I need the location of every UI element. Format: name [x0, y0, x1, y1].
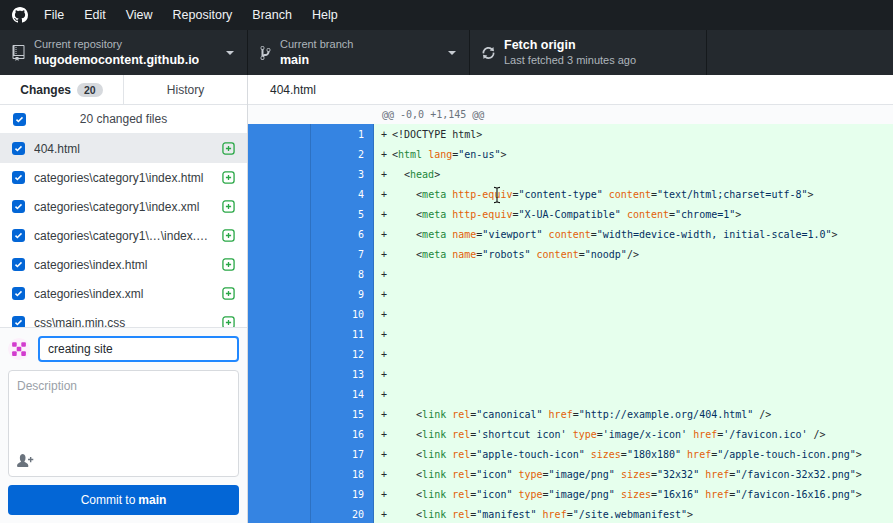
diff-gutter-old[interactable]: [248, 164, 311, 184]
current-repository-button[interactable]: Current repository hugodemocontent.githu…: [0, 30, 248, 75]
tab-history[interactable]: History: [123, 75, 247, 104]
diff-gutter-new[interactable]: 15: [311, 404, 374, 424]
add-coauthor-icon[interactable]: [17, 453, 34, 468]
toolbar: Current repository hugodemocontent.githu…: [0, 30, 893, 75]
diff-gutter-new[interactable]: 3: [311, 164, 374, 184]
commit-button-branch: main: [138, 493, 166, 507]
chevron-down-icon: [226, 51, 234, 55]
diff-row: 2+<html lang="en-us">: [248, 144, 893, 164]
file-row[interactable]: categories\category1\index.html: [0, 163, 247, 192]
diff-view: @@ -0,0 +1,145 @@ 1+<!DOCTYPE html>2+<ht…: [248, 105, 893, 523]
diff-gutter-old[interactable]: [248, 124, 311, 144]
diff-gutter-new[interactable]: 9: [311, 284, 374, 304]
diff-gutter-old[interactable]: [248, 224, 311, 244]
diff-gutter-new[interactable]: 13: [311, 364, 374, 384]
file-status-added-icon: [222, 171, 235, 184]
diff-gutter-new[interactable]: 8: [311, 264, 374, 284]
diff-gutter-new[interactable]: 16: [311, 424, 374, 444]
diff-gutter-new[interactable]: 7: [311, 244, 374, 264]
diff-line: + <meta name="robots" content="noodp"/>: [374, 244, 893, 264]
file-checkbox[interactable]: [12, 287, 25, 300]
diff-gutter-new[interactable]: 19: [311, 484, 374, 504]
diff-gutter-new[interactable]: 10: [311, 304, 374, 324]
diff-gutter-new[interactable]: 20: [311, 504, 374, 523]
diff-line: + <head>: [374, 164, 893, 184]
diff-gutter-old[interactable]: [248, 324, 311, 344]
commit-area: Commit tomain: [0, 327, 247, 523]
diff-gutter-new[interactable]: 4: [311, 184, 374, 204]
diff-gutter-new[interactable]: 6: [311, 224, 374, 244]
diff-gutter-new[interactable]: 1: [311, 124, 374, 144]
diff-gutter-old[interactable]: [248, 204, 311, 224]
current-repository-label: Current repository: [34, 37, 199, 51]
diff-line: +<!DOCTYPE html>: [374, 124, 893, 144]
diff-gutter-old[interactable]: [248, 484, 311, 504]
menu-view[interactable]: View: [116, 0, 163, 30]
menu-help[interactable]: Help: [302, 0, 348, 30]
diff-gutter-old[interactable]: [248, 304, 311, 324]
diff-gutter-old[interactable]: [248, 384, 311, 404]
file-row[interactable]: categories\category1\index.xml: [0, 192, 247, 221]
diff-gutter-old[interactable]: [248, 364, 311, 384]
diff-gutter-new[interactable]: 17: [311, 444, 374, 464]
file-row[interactable]: categories\index.html: [0, 250, 247, 279]
file-checkbox[interactable]: [12, 316, 25, 327]
diff-gutter-new[interactable]: 18: [311, 464, 374, 484]
diff-gutter-old[interactable]: [248, 264, 311, 284]
file-checkbox[interactable]: [12, 142, 25, 155]
tab-changes[interactable]: Changes 20: [0, 75, 123, 104]
file-row[interactable]: categories\category1\…\index.html: [0, 221, 247, 250]
file-status-added-icon: [222, 316, 235, 327]
diff-gutter-new[interactable]: 11: [311, 324, 374, 344]
file-checkbox[interactable]: [12, 200, 25, 213]
diff-row: 18+ <link rel="icon" type="image/png" si…: [248, 464, 893, 484]
select-all-row: 20 changed files: [0, 105, 247, 134]
diff-row: 17+ <link rel="apple-touch-icon" sizes="…: [248, 444, 893, 464]
diff-gutter-new[interactable]: 2: [311, 144, 374, 164]
file-checkbox[interactable]: [12, 258, 25, 271]
tab-history-label: History: [167, 83, 204, 97]
file-name: categories\category1\index.xml: [34, 200, 213, 214]
diff-line: +: [374, 324, 893, 344]
diff-gutter-new[interactable]: 14: [311, 384, 374, 404]
diff-gutter-old[interactable]: [248, 184, 311, 204]
changes-count-badge: 20: [77, 83, 103, 97]
file-row[interactable]: categories\index.xml: [0, 279, 247, 308]
diff-gutter-old[interactable]: [248, 424, 311, 444]
description-box: [8, 370, 239, 477]
file-name: categories\category1\index.html: [34, 171, 213, 185]
diff-gutter-old[interactable]: [248, 344, 311, 364]
diff-row: 8+: [248, 264, 893, 284]
diff-line: + <meta http-equiv="X-UA-Compatible" con…: [374, 204, 893, 224]
file-name: 404.html: [34, 142, 213, 156]
file-status-added-icon: [222, 200, 235, 213]
commit-button[interactable]: Commit tomain: [8, 485, 239, 515]
diff-gutter-new[interactable]: 5: [311, 204, 374, 224]
diff-gutter-old[interactable]: [248, 144, 311, 164]
diff-row: 6+ <meta name="viewport" content="width=…: [248, 224, 893, 244]
diff-line: +: [374, 264, 893, 284]
file-checkbox[interactable]: [12, 229, 25, 242]
file-row[interactable]: css\main.min.css: [0, 308, 247, 327]
file-checkbox[interactable]: [12, 171, 25, 184]
menu-branch[interactable]: Branch: [242, 0, 302, 30]
diff-gutter-old[interactable]: [248, 404, 311, 424]
menu-file[interactable]: File: [34, 0, 74, 30]
file-row[interactable]: 404.html: [0, 134, 247, 163]
diff-line: + <link rel="icon" type="image/png" size…: [374, 484, 893, 504]
file-tab[interactable]: 404.html: [270, 83, 316, 97]
diff-gutter-old[interactable]: [248, 444, 311, 464]
diff-gutter-new[interactable]: 12: [311, 344, 374, 364]
description-input[interactable]: [17, 379, 230, 453]
diff-gutter-old[interactable]: [248, 464, 311, 484]
menu-repository[interactable]: Repository: [163, 0, 243, 30]
diff-row: 7+ <meta name="robots" content="noodp"/>: [248, 244, 893, 264]
menu-edit[interactable]: Edit: [74, 0, 116, 30]
diff-gutter-old[interactable]: [248, 244, 311, 264]
diff-gutter-old[interactable]: [248, 284, 311, 304]
select-all-checkbox[interactable]: [13, 113, 26, 126]
diff-gutter-old[interactable]: [248, 504, 311, 523]
fetch-origin-button[interactable]: Fetch origin Last fetched 3 minutes ago: [470, 30, 707, 75]
summary-input[interactable]: [38, 336, 239, 362]
current-branch-button[interactable]: Current branch main: [248, 30, 470, 75]
